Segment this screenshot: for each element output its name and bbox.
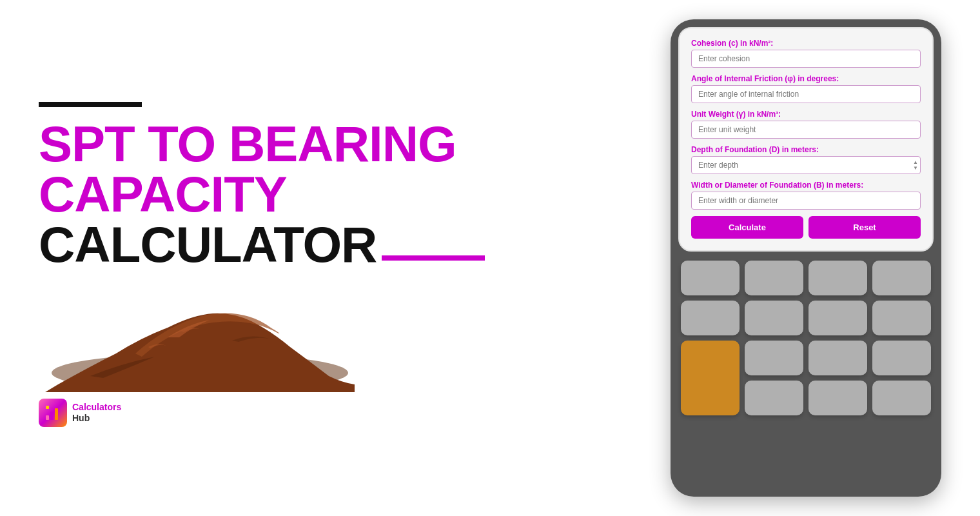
key-8[interactable] xyxy=(872,301,931,335)
logo-icon xyxy=(39,399,67,427)
purple-underline-bar xyxy=(382,255,485,261)
unit-weight-form-group: Unit Weight (γ) in kN/m³: xyxy=(691,110,921,139)
key-5[interactable] xyxy=(681,301,740,335)
key-orange-1[interactable] xyxy=(681,341,740,415)
key-12[interactable] xyxy=(745,381,803,415)
key-13[interactable] xyxy=(808,381,867,415)
keypad-row-1 xyxy=(681,261,931,295)
unit-weight-input[interactable] xyxy=(691,121,921,139)
key-2[interactable] xyxy=(745,261,803,295)
calculator-device: Cohesion (c) in kN/m²: Angle of Internal… xyxy=(671,19,941,497)
logo-chart-icon xyxy=(44,404,62,422)
reset-button[interactable]: Reset xyxy=(808,216,921,239)
key-14[interactable] xyxy=(872,381,931,415)
width-input[interactable] xyxy=(691,192,921,210)
friction-form-group: Angle of Internal Friction (φ) in degree… xyxy=(691,74,921,103)
width-label: Width or Diameter of Foundation (B) in m… xyxy=(691,181,921,190)
cohesion-input[interactable] xyxy=(691,50,921,68)
key-3[interactable] xyxy=(808,261,867,295)
spinner-down-arrow[interactable]: ▼ xyxy=(913,166,918,171)
depth-input[interactable] xyxy=(691,156,921,174)
key-7[interactable] xyxy=(808,301,867,335)
spinner-up-arrow[interactable]: ▲ xyxy=(913,160,918,165)
calculate-button[interactable]: Calculate xyxy=(691,216,803,239)
friction-input[interactable] xyxy=(691,85,921,103)
depth-spinner-arrows[interactable]: ▲ ▼ xyxy=(913,160,918,171)
svg-rect-1 xyxy=(46,415,49,420)
action-buttons: Calculate Reset xyxy=(691,216,921,239)
title-line3: CALCULATOR xyxy=(39,219,490,270)
width-form-group: Width or Diameter of Foundation (B) in m… xyxy=(691,181,921,210)
dirt-svg xyxy=(39,289,361,392)
calculators-hub-logo: Calculators Hub xyxy=(39,399,490,427)
key-1[interactable] xyxy=(681,261,740,295)
logo-text: Calculators Hub xyxy=(72,402,121,424)
key-10[interactable] xyxy=(808,341,867,375)
black-bar-accent xyxy=(39,102,142,107)
depth-label: Depth of Foundation (D) in meters: xyxy=(691,145,921,154)
calculator-keypad xyxy=(678,258,934,418)
key-9[interactable] xyxy=(745,341,803,375)
key-4[interactable] xyxy=(872,261,931,295)
svg-rect-3 xyxy=(55,408,58,420)
depth-form-group: Depth of Foundation (D) in meters: ▲ ▼ xyxy=(691,145,921,174)
dirt-mound-illustration xyxy=(39,289,361,392)
keypad-row-2 xyxy=(681,301,931,335)
svg-rect-4 xyxy=(46,406,49,409)
depth-input-wrapper: ▲ ▼ xyxy=(691,156,921,174)
unit-weight-label: Unit Weight (γ) in kN/m³: xyxy=(691,110,921,119)
title-line2: CAPACITY xyxy=(39,169,490,219)
svg-rect-2 xyxy=(50,412,54,420)
cohesion-label: Cohesion (c) in kN/m²: xyxy=(691,39,921,48)
left-section: SPT TO BEARING CAPACITY CALCULATOR xyxy=(39,89,490,427)
cohesion-form-group: Cohesion (c) in kN/m²: xyxy=(691,39,921,68)
friction-label: Angle of Internal Friction (φ) in degree… xyxy=(691,74,921,83)
calculator-screen: Cohesion (c) in kN/m²: Angle of Internal… xyxy=(678,27,934,252)
title-line1: SPT TO BEARING xyxy=(39,119,490,169)
key-11[interactable] xyxy=(872,341,931,375)
key-6[interactable] xyxy=(745,301,803,335)
